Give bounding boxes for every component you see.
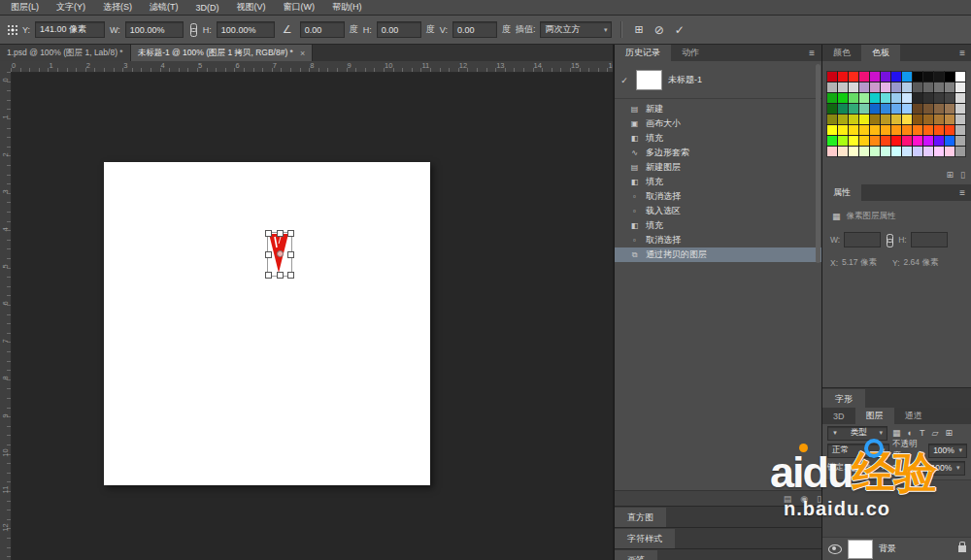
color-swatch[interactable] [870,104,880,114]
color-swatch[interactable] [923,82,933,92]
color-swatch[interactable] [838,115,848,124]
color-swatch[interactable] [945,93,954,103]
menu-item-layer[interactable]: 图层(L) [2,0,48,15]
new-document-from-state-icon[interactable]: ▤ [784,494,792,504]
color-swatch[interactable] [881,82,890,92]
menu-item-view[interactable]: 视图(V) [228,0,275,15]
color-swatch[interactable] [945,72,954,82]
color-swatch[interactable] [891,115,901,124]
transform-handle-bottom-right[interactable] [287,272,294,279]
color-swatch[interactable] [891,136,901,146]
color-swatch[interactable] [955,82,965,92]
color-swatch[interactable] [913,93,922,103]
color-swatch[interactable] [913,136,922,146]
transform-handle-middle-left[interactable] [265,251,272,258]
color-swatch[interactable] [859,104,869,114]
color-swatch[interactable] [902,82,912,92]
color-swatch[interactable] [838,72,848,82]
color-swatch[interactable] [945,125,954,135]
color-swatch[interactable] [849,93,858,103]
color-swatch[interactable] [923,147,933,156]
transform-handle-bottom-middle[interactable] [277,272,284,279]
y-position-input[interactable]: 141.00 像素 [35,21,105,38]
horizontal-ruler[interactable]: 012345678910111213141516 [11,61,613,73]
color-swatch[interactable] [849,115,858,124]
menu-item-3d[interactable]: 3D(D) [187,2,228,14]
color-swatch[interactable] [955,72,965,82]
color-swatch[interactable] [923,104,933,114]
color-swatch[interactable] [838,125,848,135]
v-skew-input[interactable]: 0.00 [452,21,497,38]
color-swatch[interactable] [838,93,848,103]
filter-shape-layers-icon[interactable]: ▱ [929,428,940,438]
color-swatch[interactable] [945,82,954,92]
color-swatch[interactable] [923,72,933,82]
color-swatch[interactable] [838,82,848,92]
width-input[interactable]: 100.00% [125,21,184,38]
history-step[interactable]: ▫取消选择 [615,233,821,247]
link-dimensions-icon[interactable] [188,23,198,36]
lock-all-icon[interactable]: ⊞ [890,463,902,473]
color-swatch[interactable] [891,82,901,92]
history-step[interactable]: ▤新建 [615,102,821,116]
history-scrollbar[interactable] [816,64,820,263]
color-swatch[interactable] [891,147,901,156]
color-swatch[interactable] [881,147,890,156]
color-swatch[interactable] [881,72,890,82]
layer-row-background[interactable]: 背景 [822,537,971,560]
color-swatch[interactable] [913,72,922,82]
color-swatch[interactable] [849,136,858,146]
color-swatch[interactable] [923,125,933,135]
transform-handle-top-left[interactable] [265,230,272,237]
color-swatch[interactable] [902,136,912,146]
color-swatch[interactable] [870,136,880,146]
color-swatch[interactable] [870,147,880,156]
transform-handle-top-right[interactable] [287,230,294,237]
color-swatch[interactable] [955,125,965,135]
color-swatch[interactable] [913,125,922,135]
color-swatch[interactable] [870,72,880,82]
color-swatch[interactable] [955,93,965,103]
prop-h-input[interactable] [911,232,948,247]
color-swatch[interactable] [859,136,869,146]
color-swatch[interactable] [838,147,848,156]
filter-type-layers-icon[interactable]: T [918,428,927,438]
color-swatch[interactable] [859,125,869,135]
color-swatch[interactable] [838,136,848,146]
document-tab-1[interactable]: 1.psd @ 100% (图层 1, Lab/8) * [0,45,131,61]
color-swatch[interactable] [913,147,922,156]
history-step[interactable]: ◧填充 [615,131,821,146]
filter-adjustment-layers-icon[interactable]: ◐ [906,428,915,438]
menu-item-filter[interactable]: 滤镜(T) [141,0,187,15]
menu-item-select[interactable]: 选择(S) [94,0,141,15]
blend-mode-select[interactable]: 正常 ▾ [827,444,889,458]
color-swatch[interactable] [902,147,912,156]
layer-thumbnail[interactable] [848,540,873,559]
color-swatch[interactable] [881,115,890,124]
color-swatch[interactable] [945,104,954,114]
color-swatch[interactable] [945,136,954,146]
tab-character-styles[interactable]: 字符样式 [615,529,675,548]
panel-menu-icon[interactable]: ≡ [953,45,971,61]
color-swatch[interactable] [849,72,858,82]
transform-handle-middle-right[interactable] [287,251,294,258]
color-swatch[interactable] [881,125,890,135]
transform-center-point[interactable] [277,250,284,257]
color-swatch[interactable] [827,82,837,92]
tab-swatches[interactable]: 色板 [861,45,900,61]
color-swatch[interactable] [902,93,912,103]
filter-smart-objects-icon[interactable]: ⊞ [943,428,954,438]
color-swatch[interactable] [934,136,944,146]
color-swatch[interactable] [881,93,890,103]
color-swatch[interactable] [827,72,837,82]
prop-w-input[interactable] [844,232,881,247]
color-swatch[interactable] [913,104,922,114]
color-swatch[interactable] [891,93,901,103]
color-swatch[interactable] [934,125,944,135]
tab-histogram[interactable]: 直方图 [615,508,666,527]
tab-glyphs[interactable]: 字形 [822,389,865,409]
color-swatch[interactable] [955,104,965,114]
tab-3d[interactable]: 3D [822,408,855,424]
color-swatch[interactable] [827,104,837,114]
history-brush-source-icon[interactable]: ✓ [619,76,630,85]
